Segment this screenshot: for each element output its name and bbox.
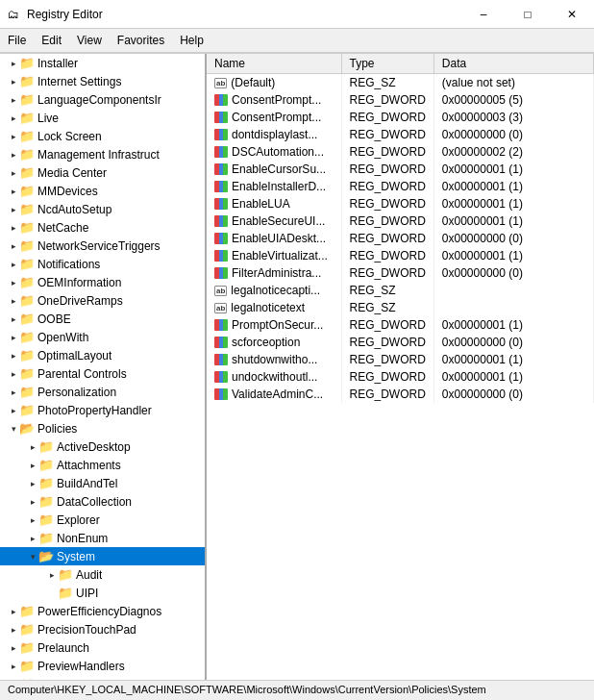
table-row[interactable]: scforceoption REG_DWORD 0x00000000 (0) xyxy=(207,334,594,351)
tree-pane[interactable]: ▸📁Installer▸📁Internet Settings▸📁Language… xyxy=(0,54,207,680)
tree-item-internet-settings[interactable]: ▸📁Internet Settings xyxy=(0,72,205,90)
tree-item-notifications[interactable]: ▸📁Notifications xyxy=(0,255,205,273)
maximize-button[interactable]: □ xyxy=(506,0,550,29)
tree-expander[interactable]: ▸ xyxy=(8,624,19,636)
tree-expander[interactable]: ▸ xyxy=(8,661,19,672)
menu-edit[interactable]: Edit xyxy=(34,31,69,50)
tree-item-ncdautosetup[interactable]: ▸📁NcdAutoSetup xyxy=(0,200,205,218)
table-row[interactable]: ablegalnoticetext REG_SZ xyxy=(207,299,594,316)
tree-item-oem-information[interactable]: ▸📁OEMInformation xyxy=(0,273,205,291)
menu-file[interactable]: File xyxy=(0,31,34,50)
tree-item-network-service-triggers[interactable]: ▸📁NetworkServiceTriggers xyxy=(0,237,205,255)
tree-expander[interactable]: ▸ xyxy=(27,460,38,471)
tree-expander[interactable]: ▸ xyxy=(8,204,19,215)
table-row[interactable]: dontdisplaylast... REG_DWORD 0x00000000 … xyxy=(207,126,594,143)
tree-expander[interactable]: ▸ xyxy=(8,259,19,270)
tree-expander[interactable]: ▸ xyxy=(27,496,38,508)
tree-expander[interactable]: ▸ xyxy=(8,350,19,362)
tree-item-personalization[interactable]: ▸📁Personalization xyxy=(0,383,205,401)
tree-item-media-center[interactable]: ▸📁Media Center xyxy=(0,163,205,182)
tree-expander[interactable]: ▸ xyxy=(8,112,19,124)
table-row[interactable]: EnableLUA REG_DWORD 0x00000001 (1) xyxy=(207,195,594,212)
table-row[interactable]: PromptOnSecur... REG_DWORD 0x00000001 (1… xyxy=(207,316,594,334)
tree-expander[interactable]: ▸ xyxy=(27,478,38,489)
tree-item-prelaunch[interactable]: ▸📁Prelaunch xyxy=(0,638,205,657)
tree-item-parental-controls[interactable]: ▸📁Parental Controls xyxy=(0,364,205,383)
tree-expander[interactable]: ▸ xyxy=(8,387,19,398)
table-row[interactable]: ablegalnoticecapti... REG_SZ xyxy=(207,282,594,299)
tree-expander[interactable]: ▸ xyxy=(8,368,19,380)
tree-item-precision-touchpad[interactable]: ▸📁PrecisionTouchPad xyxy=(0,620,205,638)
tree-item-management-infra[interactable]: ▸📁Management Infrastruct xyxy=(0,145,205,163)
menu-view[interactable]: View xyxy=(69,31,110,50)
tree-expander[interactable]: ▸ xyxy=(27,514,38,526)
tree-item-audit[interactable]: ▸📁Audit xyxy=(0,565,205,584)
tree-item-lock-screen[interactable]: ▸📁Lock Screen xyxy=(0,127,205,145)
table-row[interactable]: EnableSecureUI... REG_DWORD 0x00000001 (… xyxy=(207,212,594,230)
menu-favorites[interactable]: Favorites xyxy=(110,31,172,50)
tree-item-oobe[interactable]: ▸📁OOBE xyxy=(0,310,205,328)
entry-name: scforceoption xyxy=(207,334,341,351)
tree-item-mmdevices[interactable]: ▸📁MMDevices xyxy=(0,182,205,200)
close-button[interactable]: ✕ xyxy=(550,0,594,29)
tree-expander[interactable]: ▸ xyxy=(8,131,19,142)
tree-item-policies[interactable]: ▾📂Policies xyxy=(0,419,205,438)
tree-expander[interactable]: ▸ xyxy=(8,679,19,681)
tree-item-property-system[interactable]: ▸📁PropertySystem xyxy=(0,675,205,680)
tree-expander[interactable]: ▸ xyxy=(8,240,19,252)
tree-item-non-enum[interactable]: ▸📁NonEnum xyxy=(0,529,205,547)
tree-expander[interactable]: ▸ xyxy=(27,441,38,453)
tree-item-live[interactable]: ▸📁Live xyxy=(0,109,205,127)
table-row[interactable]: DSCAutomation... REG_DWORD 0x00000002 (2… xyxy=(207,143,594,161)
tree-item-data-collection[interactable]: ▸📁DataCollection xyxy=(0,492,205,511)
tree-item-uipi[interactable]: 📁UIPI xyxy=(0,584,205,602)
tree-expander[interactable]: ▾ xyxy=(27,551,38,562)
tree-item-language-components[interactable]: ▸📁LanguageComponentsIr xyxy=(0,90,205,109)
tree-expander[interactable]: ▸ xyxy=(8,606,19,617)
minimize-button[interactable]: – xyxy=(461,0,506,29)
tree-item-installer[interactable]: ▸📁Installer xyxy=(0,54,205,72)
tree-expander[interactable]: ▸ xyxy=(27,533,38,544)
tree-item-power-efficiency[interactable]: ▸📁PowerEfficiencyDiagnos xyxy=(0,602,205,620)
tree-expander[interactable]: ▸ xyxy=(8,405,19,416)
tree-expander[interactable]: ▸ xyxy=(8,149,19,161)
table-row[interactable]: EnableVirtualizat... REG_DWORD 0x0000000… xyxy=(207,247,594,264)
table-row[interactable]: undockwithoutl... REG_DWORD 0x00000001 (… xyxy=(207,368,594,386)
tree-item-netcache[interactable]: ▸📁NetCache xyxy=(0,218,205,237)
table-row[interactable]: shutdownwitho... REG_DWORD 0x00000001 (1… xyxy=(207,351,594,368)
table-row[interactable]: EnableInstallerD... REG_DWORD 0x00000001… xyxy=(207,178,594,195)
table-row[interactable]: ValidateAdminC... REG_DWORD 0x00000000 (… xyxy=(207,386,594,403)
tree-expander[interactable]: ▸ xyxy=(8,332,19,343)
table-row[interactable]: ConsentPrompt... REG_DWORD 0x00000005 (5… xyxy=(207,91,594,109)
tree-item-openwith[interactable]: ▸📁OpenWith xyxy=(0,328,205,346)
tree-expander[interactable]: ▸ xyxy=(8,277,19,288)
tree-expander[interactable]: ▸ xyxy=(8,94,19,106)
tree-item-build-and-tel[interactable]: ▸📁BuildAndTel xyxy=(0,474,205,492)
tree-item-preview-handlers[interactable]: ▸📁PreviewHandlers xyxy=(0,657,205,675)
tree-expander[interactable]: ▸ xyxy=(8,222,19,234)
tree-expander[interactable]: ▸ xyxy=(8,186,19,197)
table-row[interactable]: ConsentPrompt... REG_DWORD 0x00000003 (3… xyxy=(207,109,594,126)
entry-name-text: EnableLUA xyxy=(232,197,290,211)
menu-help[interactable]: Help xyxy=(172,31,211,50)
table-row[interactable]: EnableCursorSu... REG_DWORD 0x00000001 (… xyxy=(207,161,594,178)
tree-expander[interactable]: ▸ xyxy=(8,58,19,69)
tree-expander[interactable]: ▸ xyxy=(46,569,58,581)
tree-item-photo-property-handler[interactable]: ▸📁PhotoPropertyHandler xyxy=(0,401,205,419)
tree-item-explorer[interactable]: ▸📁Explorer xyxy=(0,511,205,529)
tree-expander[interactable]: ▸ xyxy=(8,313,19,325)
tree-expander[interactable]: ▸ xyxy=(8,642,19,654)
tree-item-optimal-layout[interactable]: ▸📁OptimalLayout xyxy=(0,346,205,364)
tree-item-onedrive-ramps[interactable]: ▸📁OneDriveRamps xyxy=(0,291,205,310)
tree-item-attachments[interactable]: ▸📁Attachments xyxy=(0,456,205,474)
tree-item-active-desktop[interactable]: ▸📁ActiveDesktop xyxy=(0,438,205,456)
tree-expander[interactable]: ▸ xyxy=(8,167,19,179)
tree-expander[interactable]: ▸ xyxy=(8,76,19,88)
table-row[interactable]: ab(Default) REG_SZ (value not set) xyxy=(207,74,594,91)
tree-expander[interactable]: ▾ xyxy=(8,423,19,435)
tree-expander[interactable]: ▸ xyxy=(8,295,19,307)
tree-item-system[interactable]: ▾📂System xyxy=(0,547,205,565)
data-pane[interactable]: Name Type Data ab(Default) REG_SZ (value… xyxy=(207,54,594,680)
table-row[interactable]: FilterAdministra... REG_DWORD 0x00000000… xyxy=(207,264,594,282)
table-row[interactable]: EnableUIADeskt... REG_DWORD 0x00000000 (… xyxy=(207,230,594,247)
